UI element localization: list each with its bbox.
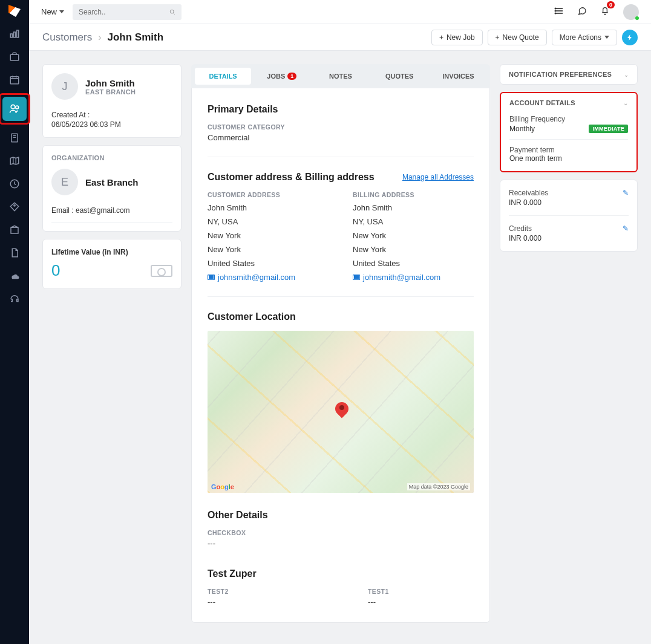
asset-icon[interactable] bbox=[8, 132, 21, 144]
billing-freq-value: Monthly bbox=[509, 125, 535, 133]
payment-term-label: Payment term bbox=[509, 146, 628, 154]
tag-icon[interactable] bbox=[8, 201, 21, 213]
customers-icon[interactable] bbox=[2, 97, 27, 121]
svg-line-19 bbox=[173, 13, 175, 15]
account-details-card: ACCOUNT DETAILS ⌄ Billing Frequency Mont… bbox=[500, 92, 638, 172]
credits-value: INR 0.000 bbox=[509, 234, 541, 242]
credits-label: Credits bbox=[509, 224, 541, 233]
test1-label: TEST1 bbox=[368, 588, 474, 595]
checkbox-value: --- bbox=[208, 539, 474, 548]
addr-line: John Smith bbox=[208, 203, 329, 212]
svg-point-16 bbox=[14, 205, 15, 206]
search-input[interactable] bbox=[79, 8, 169, 16]
search-icon bbox=[169, 8, 175, 16]
new-dropdown[interactable]: New bbox=[41, 7, 64, 16]
chat-icon[interactable] bbox=[577, 6, 587, 18]
customer-avatar: J bbox=[51, 73, 78, 100]
test2-value: --- bbox=[208, 597, 313, 607]
search-input-wrap[interactable] bbox=[73, 4, 182, 20]
breadcrumb-current: John Smith bbox=[108, 31, 164, 44]
customer-branch: EAST BRANCH bbox=[85, 88, 136, 96]
briefcase-icon[interactable] bbox=[8, 51, 21, 63]
tab-quotes[interactable]: QUOTES bbox=[371, 68, 428, 85]
test1-value: --- bbox=[368, 597, 474, 607]
checkbox-label: CHECKBOX bbox=[208, 529, 474, 536]
breadcrumb-row: Customers › John Smith +New Job +New Quo… bbox=[29, 24, 651, 51]
headset-icon[interactable] bbox=[8, 293, 21, 305]
logo-icon bbox=[8, 5, 21, 17]
calendar-icon[interactable] bbox=[8, 74, 21, 86]
notification-preferences-card[interactable]: NOTIFICATION PREFERENCES ⌄ bbox=[500, 64, 638, 85]
google-logo: Google bbox=[211, 483, 234, 490]
svg-point-9 bbox=[16, 106, 19, 109]
addresses-title: Customer address & Billing address bbox=[208, 172, 375, 183]
svg-point-24 bbox=[555, 10, 555, 11]
chevron-down-icon[interactable]: ⌄ bbox=[623, 100, 628, 106]
bolt-button[interactable] bbox=[622, 30, 638, 45]
profile-avatar[interactable] bbox=[623, 4, 639, 20]
tab-jobs[interactable]: JOBS1 bbox=[254, 68, 310, 85]
addr-line: NY, USA bbox=[208, 217, 329, 226]
svg-point-25 bbox=[555, 13, 555, 13]
org-email: Email : east@gmail.com bbox=[51, 206, 172, 223]
notifications-icon[interactable]: 0 bbox=[600, 6, 610, 18]
svg-rect-1 bbox=[14, 32, 16, 37]
organization-heading: ORGANIZATION bbox=[51, 154, 172, 161]
svg-point-8 bbox=[11, 105, 15, 109]
tab-details[interactable]: DETAILS bbox=[195, 68, 251, 85]
addr-line: New York bbox=[208, 231, 329, 240]
org-name: East Branch bbox=[85, 177, 139, 187]
customer-address-block: CUSTOMER ADDRESS John Smith NY, USA New … bbox=[208, 191, 329, 282]
chevron-down-icon bbox=[59, 10, 64, 13]
edit-credits-icon[interactable]: ✎ bbox=[623, 224, 629, 233]
more-actions-dropdown[interactable]: More Actions bbox=[552, 30, 617, 45]
notifications-badge: 0 bbox=[607, 1, 615, 8]
document-icon[interactable] bbox=[8, 247, 21, 259]
addr-line: New York bbox=[353, 231, 474, 240]
dashboard-icon[interactable] bbox=[8, 28, 21, 40]
cloud-icon[interactable] bbox=[8, 270, 21, 282]
billing-email[interactable]: johnsmith@gmail.com bbox=[353, 273, 474, 282]
svg-rect-0 bbox=[10, 34, 12, 37]
details-panel: Primary Details CUSTOMER CATEGORY Commer… bbox=[191, 88, 490, 623]
list-icon[interactable] bbox=[554, 6, 564, 18]
breadcrumb-parent[interactable]: Customers bbox=[42, 31, 92, 44]
customer-email[interactable]: johnsmith@gmail.com bbox=[208, 273, 329, 282]
money-icon bbox=[151, 265, 172, 277]
map[interactable]: Google Map data ©2023 Google bbox=[208, 331, 474, 493]
notif-pref-title: NOTIFICATION PREFERENCES bbox=[509, 71, 612, 78]
tab-notes[interactable]: NOTES bbox=[312, 68, 368, 85]
billing-address-block: BILLING ADDRESS John Smith NY, USA New Y… bbox=[353, 191, 474, 282]
manage-addresses-link[interactable]: Manage all Addresses bbox=[402, 173, 474, 181]
organization-card: ORGANIZATION E East Branch Email : east@… bbox=[42, 145, 182, 232]
mail-icon bbox=[208, 275, 215, 280]
tab-invoices[interactable]: INVOICES bbox=[430, 68, 486, 85]
jobs-count-badge: 1 bbox=[287, 73, 296, 80]
mail-icon bbox=[353, 275, 360, 280]
billing-freq-label: Billing Frequency bbox=[509, 115, 628, 123]
ltv-title: Lifetime Value (in INR) bbox=[51, 248, 172, 256]
ltv-card: Lifetime Value (in INR) 0 bbox=[42, 239, 182, 289]
chevron-down-icon bbox=[604, 36, 609, 39]
new-quote-button[interactable]: +New Quote bbox=[488, 30, 547, 45]
addr-line: United States bbox=[208, 259, 329, 268]
svg-rect-3 bbox=[10, 54, 19, 60]
map-icon[interactable] bbox=[8, 155, 21, 167]
financials-card: Receivables INR 0.000 ✎ Credits INR 0.00… bbox=[500, 180, 638, 252]
edit-receivables-icon[interactable]: ✎ bbox=[623, 189, 629, 197]
billing-address-label: BILLING ADDRESS bbox=[353, 191, 474, 198]
addr-line: John Smith bbox=[353, 203, 474, 212]
map-attribution: Map data ©2023 Google bbox=[407, 483, 470, 490]
category-label: CUSTOMER CATEGORY bbox=[208, 123, 474, 131]
location-title: Customer Location bbox=[208, 311, 474, 322]
org-avatar: E bbox=[51, 169, 78, 195]
chevron-down-icon: ⌄ bbox=[624, 71, 629, 78]
clock-icon[interactable] bbox=[8, 178, 21, 190]
created-at-label: Created At : bbox=[51, 111, 172, 119]
topbar: New 0 bbox=[29, 0, 651, 24]
box-icon[interactable] bbox=[8, 224, 21, 236]
map-pin-icon bbox=[335, 402, 348, 415]
svg-point-18 bbox=[170, 10, 174, 13]
ltv-value: 0 bbox=[51, 261, 60, 280]
new-job-button[interactable]: +New Job bbox=[431, 30, 483, 45]
